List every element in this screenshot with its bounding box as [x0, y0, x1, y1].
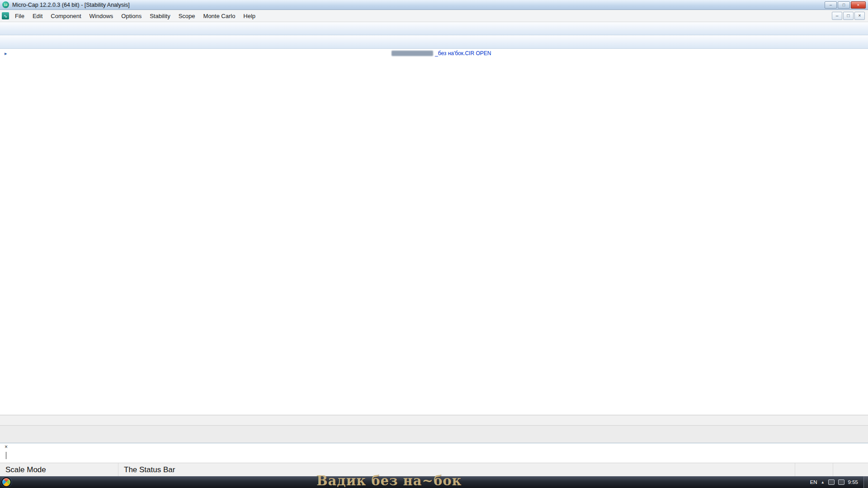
text-panel: × — [0, 443, 868, 463]
menu-monte-carlo[interactable]: Monte Carlo — [199, 11, 240, 21]
menu-help[interactable]: Help — [239, 11, 259, 21]
document-icon[interactable]: ∿ — [2, 12, 9, 19]
redacted-text — [392, 51, 433, 56]
menu-edit[interactable]: Edit — [28, 11, 47, 21]
title-bar: 12 Micro-Cap 12.2.0.3 (64 bit) - [Stabil… — [0, 0, 868, 10]
plot-area: ▸ _без на'бок.CIR OPEN — [0, 49, 868, 415]
close-button[interactable]: × — [851, 1, 866, 9]
mdi-minimize-button[interactable]: – — [832, 12, 842, 20]
mdi-window-buttons: – □ × — [832, 12, 866, 20]
keyboard-layout-icon[interactable] — [828, 479, 835, 485]
mdi-close-button[interactable]: × — [854, 12, 865, 20]
file-tab-bar — [0, 425, 868, 443]
show-desktop-button[interactable] — [863, 476, 868, 488]
stability-plot — [0, 49, 868, 415]
watermark-text: Вадик без на~бок — [316, 473, 462, 488]
language-indicator[interactable]: EN — [810, 479, 817, 485]
mdi-restore-button[interactable]: □ — [843, 12, 854, 20]
window-title: Micro-Cap 12.2.0.3 (64 bit) - [Stability… — [12, 2, 130, 8]
main-toolbar — [0, 22, 868, 35]
page-tab-bar — [0, 415, 868, 425]
start-button[interactable] — [1, 477, 11, 487]
analysis-toolbar — [0, 35, 868, 49]
minimize-button[interactable]: – — [825, 1, 837, 9]
show-hidden-icons-icon[interactable]: ▲ — [821, 480, 825, 484]
clock[interactable]: 9:55 — [848, 479, 858, 485]
text-caret — [6, 452, 6, 459]
app-icon[interactable]: 12 — [2, 1, 9, 8]
status-extra-1 — [795, 463, 833, 476]
status-extra-2 — [833, 463, 868, 476]
menu-bar: ∿ FileEditComponentWindowsOptionsStabili… — [0, 10, 868, 22]
chart-title: _без на'бок.CIR OPEN — [392, 50, 491, 56]
menu-stability[interactable]: Stability — [146, 11, 175, 21]
menu-scope[interactable]: Scope — [175, 11, 199, 21]
menu-component[interactable]: Component — [47, 11, 85, 21]
notification-icon[interactable] — [838, 479, 844, 485]
micro-cap-window: 12 Micro-Cap 12.2.0.3 (64 bit) - [Stabil… — [0, 0, 868, 488]
chart-title-text: _без на'бок.CIR OPEN — [435, 50, 491, 56]
menu-windows[interactable]: Windows — [85, 11, 118, 21]
panel-close-icon[interactable]: × — [3, 444, 9, 450]
menu-file[interactable]: File — [11, 11, 28, 21]
system-tray: EN ▲ 9:55 — [810, 476, 868, 488]
status-mode: Scale Mode — [0, 463, 118, 476]
menu-options[interactable]: Options — [117, 11, 146, 21]
menu-items: FileEditComponentWindowsOptionsStability… — [11, 11, 259, 21]
maximize-button[interactable]: □ — [838, 1, 850, 9]
window-buttons: – □ × — [825, 1, 866, 9]
